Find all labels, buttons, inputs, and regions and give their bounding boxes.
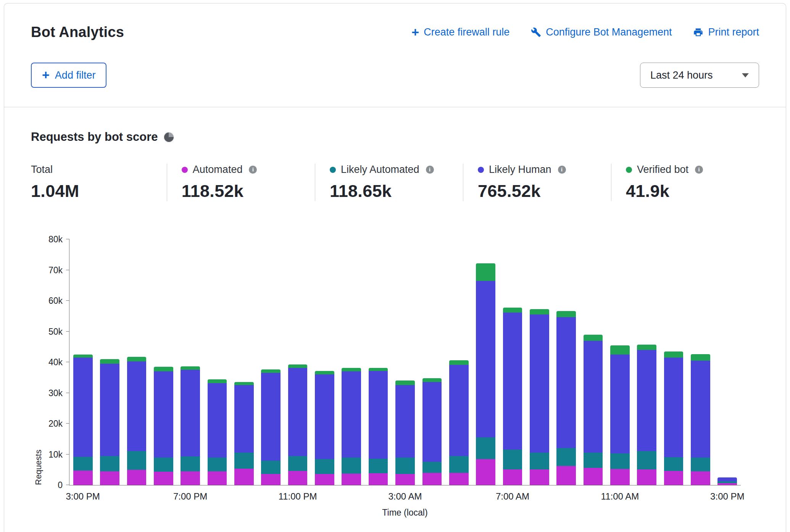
stacked-bar[interactable] <box>73 239 93 485</box>
stat-likely-automated-value: 118.65k <box>330 181 451 201</box>
stacked-bar[interactable] <box>717 239 737 485</box>
bar-segment-likely-automated <box>395 458 415 474</box>
stacked-bar[interactable] <box>530 239 549 485</box>
stacked-bar[interactable] <box>556 239 576 485</box>
stacked-bar[interactable] <box>395 239 415 485</box>
stacked-bar[interactable] <box>584 239 603 485</box>
stacked-bar[interactable] <box>503 239 522 485</box>
bar-segment-likely-human <box>73 358 93 457</box>
bar-slot <box>338 239 365 485</box>
bar-segment-verified-bot <box>395 380 415 385</box>
bars-layer <box>69 239 741 485</box>
bar-segment-verified-bot <box>691 354 710 361</box>
stacked-bar[interactable] <box>154 239 173 485</box>
stacked-bar[interactable] <box>127 239 147 485</box>
stacked-bar[interactable] <box>342 239 361 485</box>
info-icon[interactable] <box>695 166 703 174</box>
print-report-link[interactable]: Print report <box>693 26 759 38</box>
bar-segment-likely-automated <box>610 453 630 469</box>
bar-segment-verified-bot <box>208 379 227 383</box>
bar-slot <box>96 239 123 485</box>
info-icon[interactable] <box>426 166 434 174</box>
bar-segment-automated <box>315 474 334 485</box>
y-axis-tick <box>66 393 69 393</box>
time-range-select[interactable]: Last 24 hours <box>640 63 759 88</box>
bar-segment-verified-bot <box>261 369 281 373</box>
bar-segment-likely-human <box>556 317 576 448</box>
bar-segment-likely-human <box>127 361 147 451</box>
stacked-bar[interactable] <box>691 239 710 485</box>
stacked-bar[interactable] <box>664 239 684 485</box>
bar-segment-automated <box>208 471 227 485</box>
bar-segment-verified-bot <box>127 357 147 361</box>
stacked-bar[interactable] <box>637 239 656 485</box>
stacked-bar[interactable] <box>234 239 254 485</box>
bar-segment-verified-bot <box>530 309 549 314</box>
bar-segment-verified-bot <box>315 371 334 375</box>
bar-slot <box>365 239 392 485</box>
stacked-bar[interactable] <box>288 239 308 485</box>
bar-slot <box>499 239 526 485</box>
stacked-bar[interactable] <box>476 239 495 485</box>
stacked-bar[interactable] <box>181 239 200 485</box>
stacked-bar[interactable] <box>369 239 388 485</box>
bar-segment-automated <box>717 483 737 485</box>
stacked-bar[interactable] <box>449 239 469 485</box>
info-icon[interactable] <box>249 166 257 174</box>
x-axis-tick-label: 3:00 PM <box>710 491 744 502</box>
likely-automated-legend-dot <box>330 167 336 173</box>
stat-automated: Automated 118.52k <box>167 164 315 201</box>
bar-segment-automated <box>691 471 710 485</box>
create-firewall-rule-link[interactable]: Create firewall rule <box>411 26 509 39</box>
bar-segment-likely-automated <box>476 437 495 459</box>
bar-segment-verified-bot <box>234 382 254 385</box>
bar-segment-verified-bot <box>503 308 522 313</box>
stacked-bar[interactable] <box>208 239 227 485</box>
y-axis-tick <box>66 485 69 485</box>
bar-segment-likely-human <box>717 477 737 481</box>
y-axis-tick <box>66 331 69 332</box>
bar-segment-verified-bot <box>181 366 200 370</box>
bar-segment-likely-human <box>261 373 281 460</box>
bar-segment-automated <box>261 474 281 485</box>
x-axis-tick-label: 7:00 PM <box>173 491 207 502</box>
section-title: Requests by bot score <box>31 130 158 144</box>
stacked-bar[interactable] <box>100 239 119 485</box>
configure-bot-management-link[interactable]: Configure Bot Management <box>531 26 672 38</box>
bar-segment-automated <box>664 471 684 485</box>
y-axis-tick <box>66 300 69 301</box>
y-axis-tick-label: 60k <box>48 296 69 306</box>
bar-segment-verified-bot <box>288 364 308 368</box>
bar-segment-likely-automated <box>530 453 549 469</box>
y-axis-tick-label: 80k <box>48 234 69 245</box>
chart-plot-area: Requests 010k20k30k40k50k60k70k80k 3:00 … <box>69 239 741 485</box>
add-filter-button[interactable]: Add filter <box>31 63 106 88</box>
bar-segment-automated <box>637 469 656 485</box>
bar-slot <box>445 239 472 485</box>
bar-segment-likely-human <box>342 371 361 457</box>
bar-segment-likely-automated <box>584 453 603 468</box>
stacked-bar[interactable] <box>610 239 630 485</box>
bar-segment-automated <box>449 473 469 485</box>
plus-icon <box>42 68 50 82</box>
page-title: Bot Analytics <box>31 24 124 40</box>
y-axis-tick <box>66 362 69 362</box>
stacked-bar[interactable] <box>315 239 334 485</box>
bar-segment-automated <box>100 471 119 485</box>
header-actions: Create firewall rule Configure Bot Manag… <box>411 26 759 39</box>
x-axis-tick-label: 11:00 PM <box>279 491 317 502</box>
bar-segment-likely-human <box>288 368 308 456</box>
bar-segment-automated <box>154 472 173 485</box>
bar-slot <box>150 239 177 485</box>
bar-slot <box>419 239 445 485</box>
bar-segment-likely-automated <box>342 458 361 474</box>
bar-segment-verified-bot <box>584 335 603 341</box>
bar-segment-likely-human <box>422 382 442 462</box>
info-icon[interactable] <box>558 166 566 174</box>
bar-slot <box>606 239 633 485</box>
stacked-bar[interactable] <box>261 239 281 485</box>
bar-segment-likely-automated <box>637 451 656 469</box>
bar-segment-likely-automated <box>154 458 173 472</box>
stacked-bar[interactable] <box>422 239 442 485</box>
bar-segment-likely-automated <box>664 457 684 471</box>
